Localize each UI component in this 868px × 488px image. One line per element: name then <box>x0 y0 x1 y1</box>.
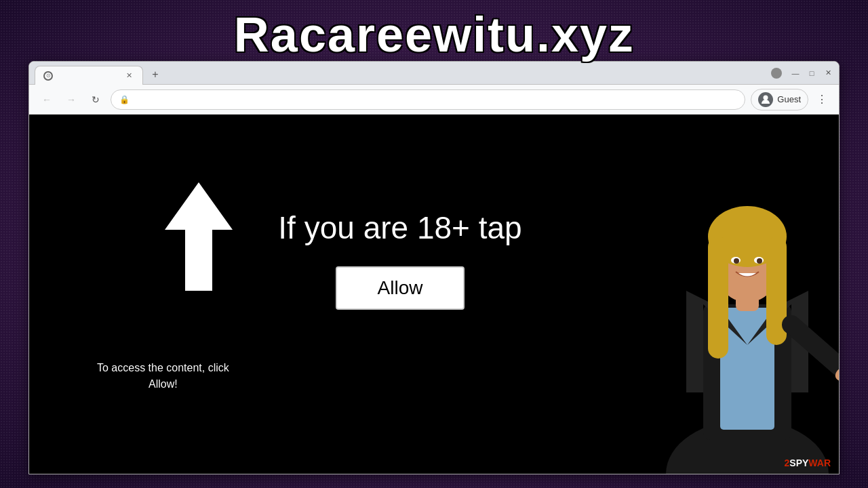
browser-content: If you are 18+ tap Allow To access the c… <box>29 115 839 474</box>
allow-button[interactable]: Allow <box>336 266 465 310</box>
sub-text-area: To access the content, click Allow! <box>97 360 229 392</box>
person-figure <box>649 155 839 474</box>
lock-icon: 🔒 <box>119 95 130 104</box>
titlebar-icon <box>771 68 782 79</box>
watermark-war: WAR <box>808 458 831 468</box>
page-title-area: Racareewitu.xyz <box>0 7 868 62</box>
forward-button[interactable]: → <box>62 90 81 109</box>
svg-rect-10 <box>708 237 728 359</box>
tab-close-button[interactable]: ✕ <box>123 70 134 81</box>
browser-toolbar: ← → ↻ 🔒 Guest ⋮ <box>29 85 839 115</box>
profile-area[interactable]: Guest <box>751 89 808 110</box>
sub-text-line1: To access the content, click <box>97 360 229 376</box>
watermark-spy: SPY <box>789 458 808 468</box>
svg-point-15 <box>757 258 762 264</box>
profile-icon <box>758 92 773 107</box>
browser-window: ⊙ ✕ + — □ ✕ ← → ↻ 🔒 <box>28 61 840 474</box>
tab-area: ⊙ ✕ + <box>35 62 768 84</box>
minimize-button[interactable]: — <box>790 68 801 79</box>
close-button[interactable]: ✕ <box>823 68 833 79</box>
browser-titlebar: ⊙ ✕ + — □ ✕ <box>29 62 839 85</box>
svg-point-14 <box>734 258 739 264</box>
reload-button[interactable]: ↻ <box>86 90 105 109</box>
svg-point-0 <box>764 95 768 100</box>
window-controls: — □ ✕ <box>790 68 833 79</box>
page-title: Racareewitu.xyz <box>0 7 868 62</box>
address-bar[interactable]: 🔒 <box>111 89 745 110</box>
new-tab-button[interactable]: + <box>146 65 165 84</box>
watermark: 2SPYWAR <box>785 458 831 468</box>
browser-tab[interactable]: ⊙ ✕ <box>35 66 143 85</box>
tab-favicon-icon: ⊙ <box>43 71 53 81</box>
back-button[interactable]: ← <box>37 90 56 109</box>
profile-label: Guest <box>777 94 801 104</box>
sub-text-line2: Allow! <box>97 376 229 392</box>
maximize-button[interactable]: □ <box>806 68 817 79</box>
browser-menu-button[interactable]: ⋮ <box>814 90 831 108</box>
